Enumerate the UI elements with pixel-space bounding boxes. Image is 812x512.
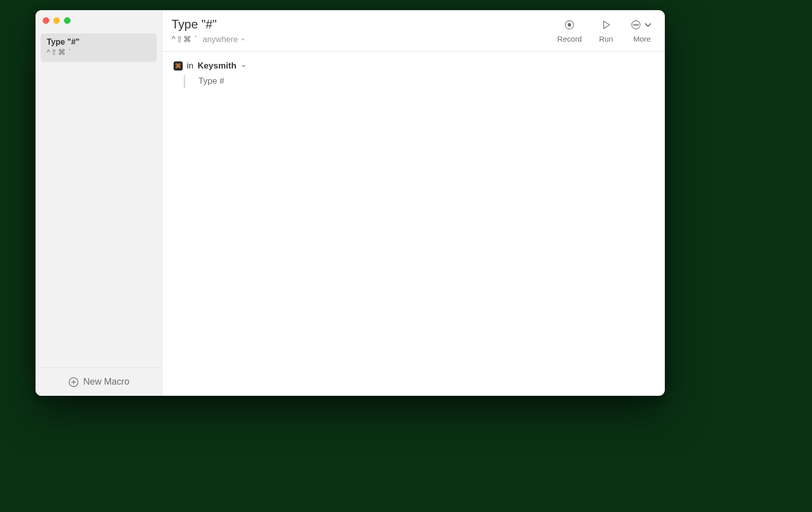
macro-list: Type "#" ^⇧⌘ ` <box>36 30 162 367</box>
new-macro-button[interactable]: New Macro <box>36 367 162 396</box>
window-controls <box>36 10 162 30</box>
main-panel: Type "#" ^⇧⌘ ` anywhere <box>162 10 665 396</box>
app-window: Type "#" ^⇧⌘ ` New Macro Type "#" ^⇧⌘ ` … <box>36 10 665 396</box>
macro-item-shortcut: ^⇧⌘ ` <box>47 48 151 57</box>
context-app-name: Keysmith <box>197 61 236 71</box>
close-window-button[interactable] <box>43 17 49 24</box>
svg-point-4 <box>568 23 571 26</box>
chevron-down-icon <box>642 19 654 30</box>
macro-list-item[interactable]: Type "#" ^⇧⌘ ` <box>41 33 157 62</box>
record-button[interactable]: Record <box>557 19 582 43</box>
sidebar: Type "#" ^⇧⌘ ` New Macro <box>36 10 162 396</box>
plus-circle-icon <box>68 377 79 388</box>
context-in-label: in <box>187 61 193 71</box>
play-icon <box>600 19 612 30</box>
more-label: More <box>633 35 651 43</box>
macro-trigger-row: ^⇧⌘ ` anywhere <box>172 35 557 44</box>
macro-scope-label: anywhere <box>202 35 238 44</box>
zoom-window-button[interactable] <box>64 17 71 24</box>
macro-shortcut[interactable]: ^⇧⌘ ` <box>172 35 197 44</box>
chevron-down-icon <box>240 37 246 42</box>
macro-title[interactable]: Type "#" <box>172 17 557 31</box>
macro-item-title: Type "#" <box>47 38 151 47</box>
macro-header: Type "#" ^⇧⌘ ` anywhere <box>162 10 665 52</box>
step-list: Type # <box>177 75 654 88</box>
svg-point-9 <box>637 24 638 25</box>
run-button[interactable]: Run <box>599 19 613 43</box>
minimize-window-button[interactable] <box>53 17 60 24</box>
context-scope-dropdown[interactable]: ⌘ in Keysmith <box>174 61 654 71</box>
svg-point-8 <box>635 24 636 25</box>
ellipsis-circle-icon <box>630 19 641 30</box>
more-button[interactable]: More <box>630 19 654 43</box>
svg-marker-5 <box>604 21 610 29</box>
step-rule <box>184 75 185 88</box>
macro-content: ⌘ in Keysmith Type # <box>162 52 665 396</box>
app-icon: ⌘ <box>174 61 183 71</box>
step-item[interactable]: Type # <box>198 75 224 88</box>
new-macro-label: New Macro <box>83 377 129 387</box>
run-label: Run <box>599 35 613 43</box>
chevron-down-icon <box>241 63 247 69</box>
header-toolbar: Record Run <box>557 19 654 43</box>
record-icon <box>564 19 575 30</box>
svg-point-7 <box>633 24 634 25</box>
record-label: Record <box>557 35 582 43</box>
macro-scope-dropdown[interactable]: anywhere <box>202 35 245 44</box>
